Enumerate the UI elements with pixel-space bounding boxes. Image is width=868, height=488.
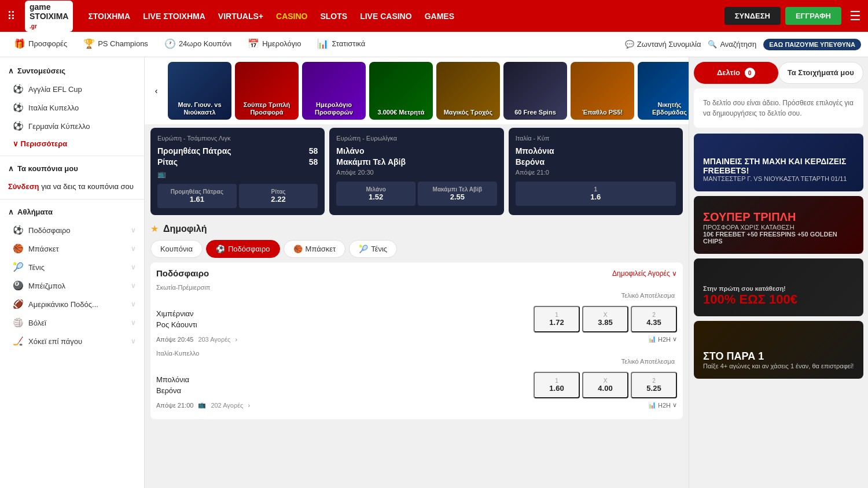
baseball-label: Μπέιζμπολ — [28, 282, 65, 290]
coupons-login-link[interactable]: Σύνδεση — [8, 182, 39, 191]
sec-nav-ps-champions[interactable]: 🏆 PS Champions — [76, 32, 155, 57]
signin-button[interactable]: ΣΥΝΔΕΣΗ — [724, 7, 781, 25]
match-card-2: Ιταλία - Κύπ Μπολόνια Βερόνα Απόψε 21:0 … — [509, 128, 683, 215]
promo-banner-1[interactable]: ΣΟΥΠΕΡ ΤΡΙΠΛΗ ΠΡΟΣΦΟΡΑ ΧΩΡΙΣ ΚΑΤΑΘΕΣΗ 10… — [694, 196, 863, 254]
sec-nav-calendar[interactable]: 📅 Ημερολόγιο — [241, 32, 308, 57]
nav-casino[interactable]: CASINO — [276, 12, 307, 21]
odds-val-0-1: 2.22 — [271, 195, 285, 204]
nav-stoixima[interactable]: ΣΤΟΙΧΗΜΑ — [88, 12, 130, 21]
popular-match-top-0: Χιμπέρνιαν Ρος Κάουντι 1 1.72 X — [156, 306, 677, 332]
banner-card-4[interactable]: Μαγικός Τροχός — [436, 62, 500, 120]
sec-nav-coupon[interactable]: 🕐 24ωρο Κουπόνι — [157, 32, 238, 57]
register-button[interactable]: ΕΓΓΡΑΦΗ — [785, 7, 841, 25]
tab-tennis[interactable]: 🎾 Τένις — [349, 240, 397, 258]
popular-odd-label-0-2: 2 — [634, 312, 674, 318]
promo-banner-3[interactable]: ΣΤΟ ΠΑΡΑ 1 Παίξε 4+ αγώνες και αν χάσεις… — [694, 321, 863, 379]
banner-card-3[interactable]: 3.000€ Μετρητά — [369, 62, 433, 120]
odds-btn-1-1[interactable]: Μακάμπι Τελ Αβίβ 2.55 — [418, 182, 497, 206]
sidebar-item-efl[interactable]: ⚽ Αγγλία EFL Cup — [0, 80, 144, 98]
popular-odd-1-0[interactable]: 1 1.60 — [534, 372, 580, 398]
nav-virtuals[interactable]: VIRTUALS+ — [218, 12, 263, 21]
popular-odd-val-0-2: 4.35 — [646, 318, 661, 327]
popular-odd-0-1[interactable]: X 3.85 — [582, 306, 628, 332]
grid-icon[interactable]: ⠿ — [7, 9, 16, 23]
banner-card-0[interactable]: Μαν. Γιουν. vs Νιούκαστλ — [168, 62, 231, 120]
nav-slots[interactable]: SLOTS — [320, 12, 347, 21]
odds-btn-1-0[interactable]: Μιλάνο 1.52 — [336, 182, 415, 206]
popular-odd-1-2[interactable]: 2 5.25 — [631, 372, 677, 398]
tab-basketball[interactable]: 🏀 Μπάσκετ — [284, 240, 346, 258]
odds-val-0-0: 1.61 — [190, 195, 204, 204]
sidebar-item-american-football[interactable]: 🏈 Αμερικάνικο Ποδός... ∨ — [0, 295, 144, 313]
tv-icon-0: 📺 — [157, 170, 318, 178]
sidebar-item-basketball[interactable]: 🏀 Μπάσκετ ∨ — [0, 239, 144, 258]
sport-name-label: Ποδόσφαιρο — [156, 268, 209, 278]
banner-prev-button[interactable]: ‹ — [148, 83, 164, 99]
sidebar-item-tennis[interactable]: 🎾 Τένις ∨ — [0, 258, 144, 276]
volleyball-fav-icon: ∨ — [131, 319, 136, 327]
match-team1-row-1: Μιλάνο — [336, 146, 496, 156]
match-team1-1: Μιλάνο — [336, 146, 364, 156]
hamburger-icon[interactable]: ☰ — [849, 9, 861, 24]
popular-markets-arrow-0[interactable]: › — [235, 336, 237, 343]
search-button[interactable]: 🔍 Αναζήτηση — [708, 40, 756, 49]
promo-title-1: ΣΟΥΠΕΡ ΤΡΙΠΛΗ — [703, 210, 854, 224]
sidebar-item-football[interactable]: ⚽ Ποδόσφαιρο ∨ — [0, 221, 144, 239]
banner-card-1[interactable]: Σούπερ Τριπλή Προσφορά — [235, 62, 299, 120]
promo-title-3: ΣΤΟ ΠΑΡΑ 1 — [703, 350, 854, 363]
match-team1-row-2: Μπολόνια — [516, 146, 676, 156]
tab-coupons[interactable]: Κουπόνια — [150, 240, 203, 258]
h2h-button-0[interactable]: 📊 H2H ∨ — [648, 335, 677, 343]
popular-odd-1-1[interactable]: X 4.00 — [582, 372, 628, 398]
tab-football[interactable]: ⚽ Ποδόσφαιρο — [206, 240, 280, 258]
shortcuts-more[interactable]: ∨ Περισσότερα — [0, 135, 144, 152]
banner-card-2[interactable]: Ημερολόγιο Προσφορών — [302, 62, 366, 120]
sidebar-item-germany[interactable]: ⚽ Γερμανία Κύπελλο — [0, 117, 144, 135]
odds-team-label-0-1: Ρίτας — [241, 188, 316, 195]
am-football-label: Αμερικάνικο Ποδός... — [28, 300, 98, 309]
shortcuts-header[interactable]: ∧ Συντομεύσεις — [0, 62, 144, 80]
sidebar-divider-2 — [0, 199, 144, 199]
result-label-0: Τελικό Αποτέλεσμα — [621, 292, 675, 299]
match-team2-row-2: Βερόνα — [516, 157, 676, 167]
banner-card-7[interactable]: Νικητής Εβδομάδας — [638, 62, 689, 120]
sidebar-item-hockey[interactable]: 🏒 Χόκεϊ επί πάγου ∨ — [0, 332, 144, 350]
sidebar-item-italia[interactable]: ⚽ Ιταλία Κυπελλο — [0, 98, 144, 117]
sec-nav-offers[interactable]: 🎁 Προσφορές — [7, 32, 74, 57]
popular-odd-0-0[interactable]: 1 1.72 — [534, 306, 580, 332]
popular-markets-arrow-1[interactable]: › — [248, 402, 250, 409]
coupon-label: 24ωρο Κουπόνι — [179, 39, 231, 48]
h2h-button-1[interactable]: 📊 H2H ∨ — [648, 401, 677, 409]
banner-strip: ‹ Μαν. Γιουν. vs Νιούκαστλ Σούπερ Τριπλή… — [145, 57, 689, 124]
sec-nav-stats[interactable]: 📊 Στατιστικά — [310, 32, 372, 57]
sidebar-item-volleyball[interactable]: 🏐 Βόλεϊ ∨ — [0, 313, 144, 332]
hockey-fav-icon: ∨ — [131, 337, 136, 345]
banner-card-6[interactable]: Έπαθλο PS5! — [571, 62, 634, 120]
nav-links: ΣΤΟΙΧΗΜΑ LIVE ΣΤΟΙΧΗΜΑ VIRTUALS+ CASINO … — [88, 12, 718, 21]
odds-btn-0-1[interactable]: Ρίτας 2.22 — [239, 184, 318, 208]
nav-live-stoixima[interactable]: LIVE ΣΤΟΙΧΗΜΑ — [143, 12, 205, 21]
popular-markets-link-1[interactable]: 202 Αγορές — [211, 402, 243, 409]
sidebar-item-baseball[interactable]: 🎱 Μπέιζμπολ ∨ — [0, 276, 144, 295]
promo-banner-0[interactable]: ΜΠΑΙΝΕΙΣ ΣΤΗ ΜΑΧΗ ΚΑΙ ΚΕΡΔΙΖΕΙΣ FREEBETS… — [694, 134, 863, 191]
nav-games[interactable]: GAMES — [425, 12, 454, 21]
popular-odd-0-2[interactable]: 2 4.35 — [631, 306, 677, 332]
result-header-0: Τελικό Αποτέλεσμα — [156, 292, 677, 299]
popular-match-time-1: Απόψε 21:00 — [156, 402, 193, 409]
sidebar-divider-1 — [0, 156, 144, 156]
betslip-tab-active[interactable]: Δελτίο 0 — [694, 62, 778, 84]
popular-markets-btn[interactable]: Δημοφιλείς Αγορές ∨ — [612, 269, 677, 278]
popular-markets-link-0[interactable]: 203 Αγορές — [198, 336, 230, 343]
betslip-tab-mybets[interactable]: Τα Στοιχήματά μου — [778, 62, 864, 84]
promo-banner-2[interactable]: Στην πρώτη σου κατάθεση! 100% ΕΩΣ 100€ — [694, 258, 863, 316]
popular-section: ★ Δημοφιλή Κουπόνια ⚽ Ποδόσφαιρο 🏀 Μπάσκ… — [145, 219, 689, 419]
sport-section-header: Ποδόσφαιρο Δημοφιλείς Αγορές ∨ — [156, 268, 677, 278]
live-chat-button[interactable]: 💬 Ζωντανή Συνομιλία — [625, 40, 701, 49]
odds-btn-0-0[interactable]: Προμηθέας Πάτρας 1.61 — [157, 184, 237, 208]
nav-live-casino[interactable]: LIVE CASINO — [360, 12, 411, 21]
sports-header[interactable]: ∧ Αθλήματα — [0, 203, 144, 221]
site-logo[interactable]: gameSTOIXIMA.gr — [25, 1, 73, 32]
coupons-header[interactable]: ∧ Τα κουπόνια μου — [0, 160, 144, 178]
banner-card-5[interactable]: 60 Free Spins — [503, 62, 567, 120]
odds-btn-2-0[interactable]: 1 1.6 — [516, 182, 676, 206]
